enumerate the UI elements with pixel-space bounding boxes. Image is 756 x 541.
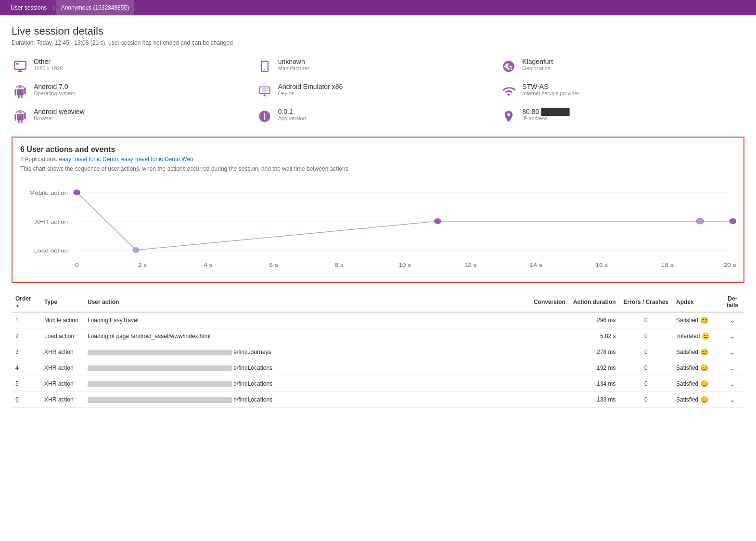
globe-icon [500,58,517,75]
cell-conversion [530,328,569,344]
chart-title: 6 User actions and events [20,145,736,154]
android-os-icon [12,83,29,100]
cell-errors: 0 [620,312,672,328]
cell-conversion [530,392,569,408]
cell-details[interactable]: ⌄ [720,328,744,344]
cell-order: 1 [12,312,40,328]
chart-desc: This chart shows the sequence of user ac… [20,165,736,172]
cell-duration: 133 ms [569,392,620,408]
svg-text:2 s: 2 s [138,262,147,268]
device-sub: Device [278,90,343,96]
table-section: Order▲ Type User action Conversion Actio… [12,292,744,408]
cell-errors: 0 [620,376,672,392]
nav-separator: › [52,3,55,12]
cell-order: 6 [12,392,40,408]
cell-details[interactable]: ⌄ [720,312,744,328]
device-item-appversion: 0.0.1 App version [256,108,500,125]
cell-details[interactable]: ⌄ [720,360,744,376]
chart-app-link-2[interactable]: easyTravel Ionic Demo Web [121,156,193,163]
cell-duration: 5.82 s [569,328,620,344]
device-item-isp: STW-AS Internet service provider [500,83,744,100]
th-action[interactable]: User action [84,292,530,312]
chart-apps-label: 2 Applications: [20,156,59,163]
nav-item-anonymous[interactable]: Anonymous (1532848855) [56,0,134,15]
cell-conversion [530,360,569,376]
th-details[interactable]: De-tails [720,292,744,312]
isp-sub: Internet service provider [522,90,579,96]
info-icon [256,108,273,125]
device-item-os: Android 7.0 Operating system [12,83,256,100]
os-label: Android 7.0 [34,83,75,90]
cell-order: 4 [12,360,40,376]
cell-errors: 0 [620,392,672,408]
svg-point-24 [696,218,704,224]
svg-text:Mobile action: Mobile action [29,190,68,196]
cell-conversion [530,376,569,392]
device-item-screen: Other 1080 x 1920 [12,58,256,75]
cell-action: e/findLocations [84,392,530,408]
cell-action: Loading EasyTravel [84,312,530,328]
th-type[interactable]: Type [40,292,84,312]
cell-action: Loading of page /android_asset/www/index… [84,328,530,344]
cell-duration: 296 ms [569,312,620,328]
screen-sub: 1080 x 1920 [34,65,63,71]
appversion-sub: App version [278,115,306,121]
table-row: 5 XHR action e/findLocations 134 ms 0 Sa… [12,376,744,392]
svg-text:Load action: Load action [34,248,68,253]
appversion-label: 0.0.1 [278,108,306,115]
table-row: 6 XHR action e/findLocations 133 ms 0 Sa… [12,392,744,408]
expand-icon[interactable]: ⌄ [730,332,735,340]
device-info-grid: Other 1080 x 1920 unknown Manufacturer K… [12,58,744,125]
chart-app-link-1[interactable]: easyTravel Ionic Demo [59,156,118,163]
nav-item-user-sessions[interactable]: User sessions [6,0,51,15]
chart-container: Mobile action XHR action Load action 0 2… [20,178,736,274]
manufacturer-sub: Manufacturer [278,65,309,71]
th-duration[interactable]: Action duration [569,292,620,312]
expand-icon[interactable]: ⌄ [730,396,735,403]
expand-icon[interactable]: ⌄ [730,364,735,372]
cell-details[interactable]: ⌄ [720,344,744,360]
th-errors[interactable]: Errors / Crashes [620,292,672,312]
svg-text:XHR action: XHR action [35,219,68,225]
cell-type: Mobile action [40,312,84,328]
cell-apdex: Satisfied 😊 [672,360,720,376]
cell-type: XHR action [40,392,84,408]
expand-icon[interactable]: ⌄ [730,316,735,324]
cell-type: XHR action [40,376,84,392]
chart-apps: 2 Applications: easyTravel Ionic Demo, e… [20,156,736,163]
cell-order: 5 [12,376,40,392]
device-item-geolocation: Klagenfurt Geolocation [500,58,744,75]
screen-label: Other [34,58,63,65]
svg-text:10 s: 10 s [398,262,411,268]
cell-apdex: Tolerated 😐 [672,328,720,344]
th-apdex[interactable]: Apdex [672,292,720,312]
svg-text:8 s: 8 s [335,262,344,268]
page-title: Live session details [12,25,744,38]
table-row: 4 XHR action e/findLocations 192 ms 0 Sa… [12,360,744,376]
cell-duration: 134 ms [569,376,620,392]
cell-details[interactable]: ⌄ [720,392,744,408]
cell-errors: 0 [620,344,672,360]
cell-errors: 0 [620,360,672,376]
cell-apdex: Satisfied 😊 [672,376,720,392]
cell-order: 3 [12,344,40,360]
svg-rect-0 [16,63,19,65]
browser-sub: Browser [34,115,85,121]
th-conversion[interactable]: Conversion [530,292,569,312]
manufacturer-label: unknown [278,58,309,65]
table-row: 2 Load action Loading of page /android_a… [12,328,744,344]
cell-conversion [530,312,569,328]
svg-rect-2 [262,88,268,92]
svg-point-21 [73,189,80,195]
svg-point-22 [132,247,140,253]
ip-label: 80.80 ██████ [522,108,569,115]
cell-details[interactable]: ⌄ [720,376,744,392]
expand-icon[interactable]: ⌄ [730,380,735,388]
th-order[interactable]: Order▲ [12,292,40,312]
geolocation-label: Klagenfurt [522,58,553,65]
svg-text:12 s: 12 s [464,262,477,268]
phone-icon [256,58,273,75]
ip-sub: IP address [522,115,569,121]
chart-svg: Mobile action XHR action Load action 0 2… [20,178,736,274]
expand-icon[interactable]: ⌄ [730,348,735,356]
